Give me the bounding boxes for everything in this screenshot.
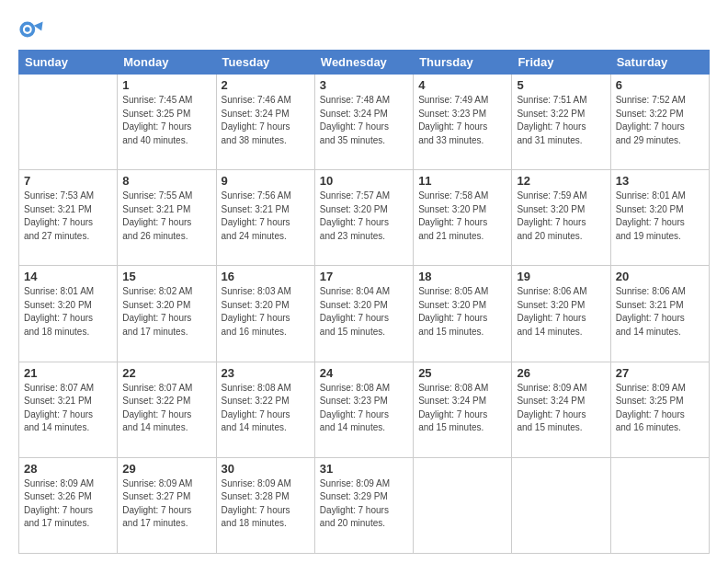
day-cell: 2Sunrise: 7:46 AM Sunset: 3:24 PM Daylig… bbox=[216, 75, 314, 170]
day-number: 20 bbox=[616, 270, 704, 283]
day-cell: 6Sunrise: 7:52 AM Sunset: 3:22 PM Daylig… bbox=[610, 75, 709, 170]
day-info: Sunrise: 8:08 AM Sunset: 3:24 PM Dayligh… bbox=[418, 382, 506, 435]
day-info: Sunrise: 7:53 AM Sunset: 3:21 PM Dayligh… bbox=[24, 190, 112, 243]
day-number: 8 bbox=[122, 174, 210, 188]
header bbox=[18, 17, 710, 42]
calendar: SundayMondayTuesdayWednesdayThursdayFrid… bbox=[18, 50, 710, 554]
weekday-header-sunday: Sunday bbox=[19, 51, 118, 75]
day-cell: 25Sunrise: 8:08 AM Sunset: 3:24 PM Dayli… bbox=[414, 362, 512, 457]
day-info: Sunrise: 8:01 AM Sunset: 3:20 PM Dayligh… bbox=[24, 285, 112, 339]
day-info: Sunrise: 8:06 AM Sunset: 3:21 PM Dayligh… bbox=[616, 285, 704, 339]
day-cell: 19Sunrise: 8:06 AM Sunset: 3:20 PM Dayli… bbox=[512, 266, 610, 362]
day-info: Sunrise: 7:57 AM Sunset: 3:20 PM Dayligh… bbox=[320, 190, 408, 243]
day-info: Sunrise: 8:08 AM Sunset: 3:23 PM Dayligh… bbox=[320, 382, 408, 435]
day-cell: 22Sunrise: 8:07 AM Sunset: 3:22 PM Dayli… bbox=[118, 362, 216, 457]
day-cell: 27Sunrise: 8:09 AM Sunset: 3:25 PM Dayli… bbox=[610, 362, 709, 457]
day-cell: 16Sunrise: 8:03 AM Sunset: 3:20 PM Dayli… bbox=[216, 266, 314, 362]
day-cell: 31Sunrise: 8:09 AM Sunset: 3:29 PM Dayli… bbox=[314, 457, 413, 553]
day-cell: 18Sunrise: 8:05 AM Sunset: 3:20 PM Dayli… bbox=[414, 266, 512, 362]
day-number: 28 bbox=[24, 462, 112, 476]
day-info: Sunrise: 7:46 AM Sunset: 3:24 PM Dayligh… bbox=[222, 94, 310, 147]
day-cell: 28Sunrise: 8:09 AM Sunset: 3:26 PM Dayli… bbox=[19, 457, 118, 553]
day-number: 25 bbox=[418, 366, 506, 380]
day-info: Sunrise: 7:56 AM Sunset: 3:21 PM Dayligh… bbox=[222, 190, 310, 243]
logo-icon bbox=[18, 17, 44, 42]
day-cell bbox=[610, 457, 709, 553]
day-number: 10 bbox=[320, 174, 408, 188]
week-row-1: 1Sunrise: 7:45 AM Sunset: 3:25 PM Daylig… bbox=[19, 75, 710, 170]
day-number: 23 bbox=[222, 366, 310, 380]
day-cell: 24Sunrise: 8:08 AM Sunset: 3:23 PM Dayli… bbox=[314, 362, 413, 457]
day-info: Sunrise: 8:08 AM Sunset: 3:22 PM Dayligh… bbox=[222, 382, 310, 435]
day-info: Sunrise: 8:09 AM Sunset: 3:29 PM Dayligh… bbox=[320, 477, 408, 531]
day-number: 2 bbox=[222, 78, 310, 92]
weekday-header-wednesday: Wednesday bbox=[314, 51, 413, 75]
svg-point-2 bbox=[25, 27, 30, 32]
week-row-2: 7Sunrise: 7:53 AM Sunset: 3:21 PM Daylig… bbox=[19, 170, 710, 266]
day-info: Sunrise: 7:48 AM Sunset: 3:24 PM Dayligh… bbox=[320, 94, 408, 147]
day-number: 31 bbox=[320, 462, 408, 476]
day-number: 30 bbox=[222, 462, 310, 476]
day-cell: 21Sunrise: 8:07 AM Sunset: 3:21 PM Dayli… bbox=[19, 362, 118, 457]
day-cell: 11Sunrise: 7:58 AM Sunset: 3:20 PM Dayli… bbox=[414, 170, 512, 266]
day-number: 1 bbox=[122, 78, 210, 92]
day-number: 12 bbox=[517, 174, 605, 188]
day-number: 16 bbox=[222, 270, 310, 283]
day-info: Sunrise: 7:55 AM Sunset: 3:21 PM Dayligh… bbox=[122, 190, 210, 243]
day-info: Sunrise: 8:09 AM Sunset: 3:28 PM Dayligh… bbox=[222, 477, 310, 531]
day-number: 5 bbox=[517, 78, 605, 92]
weekday-header-monday: Monday bbox=[118, 51, 216, 75]
day-cell: 13Sunrise: 8:01 AM Sunset: 3:20 PM Dayli… bbox=[610, 170, 709, 266]
day-cell: 30Sunrise: 8:09 AM Sunset: 3:28 PM Dayli… bbox=[216, 457, 314, 553]
day-number: 27 bbox=[616, 366, 704, 380]
day-cell: 3Sunrise: 7:48 AM Sunset: 3:24 PM Daylig… bbox=[314, 75, 413, 170]
day-cell: 10Sunrise: 7:57 AM Sunset: 3:20 PM Dayli… bbox=[314, 170, 413, 266]
day-number: 21 bbox=[24, 366, 112, 380]
day-number: 13 bbox=[616, 174, 704, 188]
day-cell: 20Sunrise: 8:06 AM Sunset: 3:21 PM Dayli… bbox=[610, 266, 709, 362]
day-number: 6 bbox=[616, 78, 704, 92]
day-info: Sunrise: 8:01 AM Sunset: 3:20 PM Dayligh… bbox=[616, 190, 704, 243]
day-number: 3 bbox=[320, 78, 408, 92]
day-number: 11 bbox=[418, 174, 506, 188]
day-number: 4 bbox=[418, 78, 506, 92]
day-info: Sunrise: 7:45 AM Sunset: 3:25 PM Dayligh… bbox=[122, 94, 210, 147]
day-info: Sunrise: 7:58 AM Sunset: 3:20 PM Dayligh… bbox=[418, 190, 506, 243]
day-info: Sunrise: 8:09 AM Sunset: 3:25 PM Dayligh… bbox=[616, 382, 704, 435]
week-row-5: 28Sunrise: 8:09 AM Sunset: 3:26 PM Dayli… bbox=[19, 457, 710, 553]
day-info: Sunrise: 8:05 AM Sunset: 3:20 PM Dayligh… bbox=[418, 285, 506, 339]
day-cell bbox=[19, 75, 118, 170]
day-info: Sunrise: 7:52 AM Sunset: 3:22 PM Dayligh… bbox=[616, 94, 704, 147]
day-cell bbox=[512, 457, 610, 553]
day-info: Sunrise: 8:03 AM Sunset: 3:20 PM Dayligh… bbox=[222, 285, 310, 339]
day-cell: 1Sunrise: 7:45 AM Sunset: 3:25 PM Daylig… bbox=[118, 75, 216, 170]
day-number: 24 bbox=[320, 366, 408, 380]
day-number: 22 bbox=[122, 366, 210, 380]
day-number: 26 bbox=[517, 366, 605, 380]
day-number: 15 bbox=[122, 270, 210, 283]
day-cell: 9Sunrise: 7:56 AM Sunset: 3:21 PM Daylig… bbox=[216, 170, 314, 266]
page: SundayMondayTuesdayWednesdayThursdayFrid… bbox=[0, 0, 728, 563]
svg-marker-3 bbox=[34, 22, 43, 31]
day-info: Sunrise: 8:09 AM Sunset: 3:24 PM Dayligh… bbox=[517, 382, 605, 435]
day-cell: 5Sunrise: 7:51 AM Sunset: 3:22 PM Daylig… bbox=[512, 75, 610, 170]
day-info: Sunrise: 7:51 AM Sunset: 3:22 PM Dayligh… bbox=[517, 94, 605, 147]
day-number: 9 bbox=[222, 174, 310, 188]
day-cell: 14Sunrise: 8:01 AM Sunset: 3:20 PM Dayli… bbox=[19, 266, 118, 362]
weekday-header-row: SundayMondayTuesdayWednesdayThursdayFrid… bbox=[19, 51, 710, 75]
day-number: 19 bbox=[517, 270, 605, 283]
day-number: 7 bbox=[24, 174, 112, 188]
day-info: Sunrise: 8:04 AM Sunset: 3:20 PM Dayligh… bbox=[320, 285, 408, 339]
day-cell: 8Sunrise: 7:55 AM Sunset: 3:21 PM Daylig… bbox=[118, 170, 216, 266]
day-cell: 7Sunrise: 7:53 AM Sunset: 3:21 PM Daylig… bbox=[19, 170, 118, 266]
day-cell: 26Sunrise: 8:09 AM Sunset: 3:24 PM Dayli… bbox=[512, 362, 610, 457]
day-info: Sunrise: 8:02 AM Sunset: 3:20 PM Dayligh… bbox=[122, 285, 210, 339]
day-info: Sunrise: 7:59 AM Sunset: 3:20 PM Dayligh… bbox=[517, 190, 605, 243]
weekday-header-saturday: Saturday bbox=[610, 51, 709, 75]
day-info: Sunrise: 8:07 AM Sunset: 3:22 PM Dayligh… bbox=[122, 382, 210, 435]
week-row-3: 14Sunrise: 8:01 AM Sunset: 3:20 PM Dayli… bbox=[19, 266, 710, 362]
day-cell: 4Sunrise: 7:49 AM Sunset: 3:23 PM Daylig… bbox=[414, 75, 512, 170]
day-info: Sunrise: 8:09 AM Sunset: 3:26 PM Dayligh… bbox=[24, 477, 112, 531]
day-cell: 15Sunrise: 8:02 AM Sunset: 3:20 PM Dayli… bbox=[118, 266, 216, 362]
weekday-header-friday: Friday bbox=[512, 51, 610, 75]
